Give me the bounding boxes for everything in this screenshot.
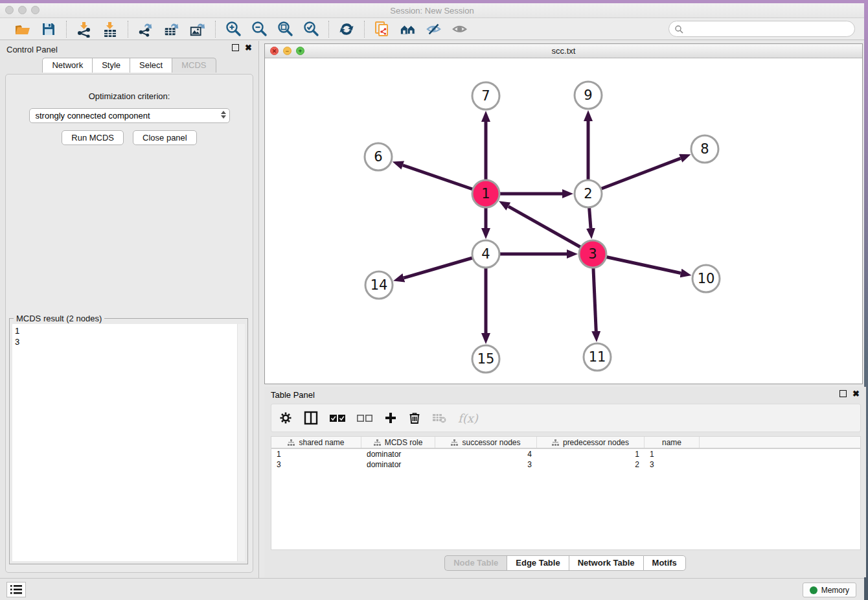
show-all-icon[interactable] [451, 21, 468, 38]
deselect-all-columns-icon[interactable] [357, 414, 372, 422]
search-field[interactable] [668, 21, 855, 37]
float-table-panel-icon[interactable] [839, 390, 847, 397]
network-graph[interactable]: 7968124314101511 [265, 58, 862, 384]
cell-mcds-role[interactable]: dominator [361, 449, 435, 459]
open-session-icon[interactable] [14, 21, 31, 38]
graph-node-label-2: 2 [584, 186, 592, 202]
create-column-icon[interactable] [384, 411, 397, 424]
column-header-successor-nodes[interactable]: successor nodes [435, 437, 537, 448]
export-image-icon[interactable] [189, 21, 206, 38]
delete-column-icon[interactable] [409, 411, 420, 424]
graph-node-label-3: 3 [588, 246, 597, 262]
tab-select[interactable]: Select [130, 58, 172, 73]
network-close-icon[interactable]: ✕ [270, 47, 279, 55]
close-panel-icon[interactable]: ✖ [245, 44, 252, 51]
column-type-icon [288, 439, 295, 446]
float-panel-icon[interactable] [232, 44, 239, 51]
tab-mcds[interactable]: MCDS [172, 58, 216, 73]
cell-shared-name[interactable]: 3 [271, 459, 361, 470]
function-builder-icon-disabled: f(x) [458, 411, 478, 425]
table-tabs: Node Table Edge Table Network Table Moti… [264, 555, 866, 571]
node-table-header: shared name MCDS role successor nodes pr… [271, 437, 860, 449]
network-canvas[interactable]: 7968124314101511 [265, 58, 862, 384]
tab-node-table[interactable]: Node Table [444, 555, 507, 571]
cell-mcds-role[interactable]: dominator [361, 459, 435, 470]
memory-button[interactable]: Memory [803, 583, 856, 597]
network-minimize-icon[interactable]: − [283, 47, 291, 55]
graph-node-label-14: 14 [371, 277, 388, 293]
mcds-result-text[interactable]: 1 3 [12, 324, 237, 561]
tab-network-table[interactable]: Network Table [569, 555, 643, 571]
select-all-columns-icon[interactable] [330, 414, 345, 422]
column-header-shared-name[interactable]: shared name [271, 437, 361, 448]
import-table-icon[interactable] [102, 21, 119, 38]
mcds-result-title: MCDS result (2 nodes) [14, 314, 104, 323]
table-row[interactable]: 1 dominator 4 1 1 [271, 449, 860, 459]
chevron-updown-icon [221, 111, 226, 119]
graph-node-label-9: 9 [584, 87, 592, 103]
table-toolbar: f(x) [271, 404, 861, 432]
zoom-in-icon[interactable] [225, 21, 242, 38]
table-panel-title: Table Panel [271, 390, 315, 400]
network-overview-icon[interactable] [400, 21, 417, 38]
application-window: Session: New Session [0, 3, 864, 600]
save-session-icon[interactable] [40, 21, 57, 38]
result-scrollbar[interactable] [237, 324, 245, 561]
cell-name[interactable]: 3 [645, 459, 700, 470]
control-panel-tabs: Network Style Select MCDS [0, 58, 258, 73]
column-header-predecessor-nodes[interactable]: predecessor nodes [537, 437, 645, 448]
close-panel-button[interactable]: Close panel [133, 130, 197, 145]
export-table-icon[interactable] [163, 21, 180, 38]
graph-node-label-10: 10 [698, 271, 715, 286]
mcds-panel-body: Optimization criterion: strongly connect… [5, 74, 253, 573]
zoom-fit-selected-icon[interactable] [303, 21, 319, 38]
window-close-icon[interactable] [5, 6, 14, 14]
graph-node-label-7: 7 [481, 88, 490, 104]
column-header-name[interactable]: name [645, 437, 700, 448]
table-settings-icon[interactable] [279, 411, 292, 424]
close-table-panel-icon[interactable]: ✖ [852, 390, 860, 397]
network-maximize-icon[interactable]: + [296, 47, 304, 55]
cell-predecessor-nodes[interactable]: 1 [537, 449, 645, 459]
graph-edge-2-8[interactable] [588, 158, 681, 194]
cell-successor-nodes[interactable]: 3 [435, 459, 537, 470]
memory-label: Memory [821, 586, 849, 595]
selected-criterion: strongly connected component [36, 111, 150, 121]
graph-node-label-1: 1 [481, 186, 490, 202]
cell-shared-name[interactable]: 1 [271, 449, 361, 459]
zoom-out-icon[interactable] [251, 21, 268, 38]
table-panel: Table Panel ✖ [264, 387, 866, 577]
zoom-fit-content-icon[interactable] [277, 21, 293, 38]
search-input[interactable] [686, 23, 854, 36]
node-table: shared name MCDS role successor nodes pr… [271, 436, 861, 550]
tab-style[interactable]: Style [92, 58, 130, 73]
cell-successor-nodes[interactable]: 4 [435, 449, 537, 459]
export-network-icon[interactable] [137, 21, 154, 38]
optimization-criterion-label: Optimization criterion: [6, 91, 253, 101]
apply-layout-icon[interactable] [338, 21, 355, 38]
hide-selected-icon[interactable] [426, 21, 442, 38]
window-minimize-icon[interactable] [18, 6, 27, 14]
run-mcds-button[interactable]: Run MCDS [62, 130, 124, 145]
window-zoom-icon[interactable] [31, 6, 40, 14]
graph-node-label-6: 6 [374, 149, 382, 165]
task-history-button[interactable] [6, 582, 26, 597]
clone-network-icon[interactable] [374, 21, 391, 38]
control-panel-title: Control Panel [6, 45, 58, 54]
cell-predecessor-nodes[interactable]: 2 [537, 459, 645, 470]
tab-motifs[interactable]: Motifs [643, 555, 686, 571]
column-header-mcds-role[interactable]: MCDS role [361, 437, 435, 448]
tab-network[interactable]: Network [42, 58, 92, 73]
tab-edge-table[interactable]: Edge Table [507, 555, 568, 571]
optimization-criterion-select[interactable]: strongly connected component [29, 108, 230, 123]
network-window-titlebar[interactable]: ✕ − + scc.txt [265, 44, 862, 58]
cell-name[interactable]: 1 [645, 449, 700, 459]
import-network-icon[interactable] [76, 21, 93, 38]
delete-table-icon-disabled [432, 413, 446, 423]
table-row[interactable]: 3 dominator 3 2 3 [271, 459, 860, 470]
window-title: Session: New Session [0, 3, 864, 18]
graph-node-label-11: 11 [589, 349, 606, 365]
column-type-icon [552, 439, 559, 446]
memory-status-icon [810, 586, 817, 594]
show-columns-icon[interactable] [304, 411, 318, 425]
